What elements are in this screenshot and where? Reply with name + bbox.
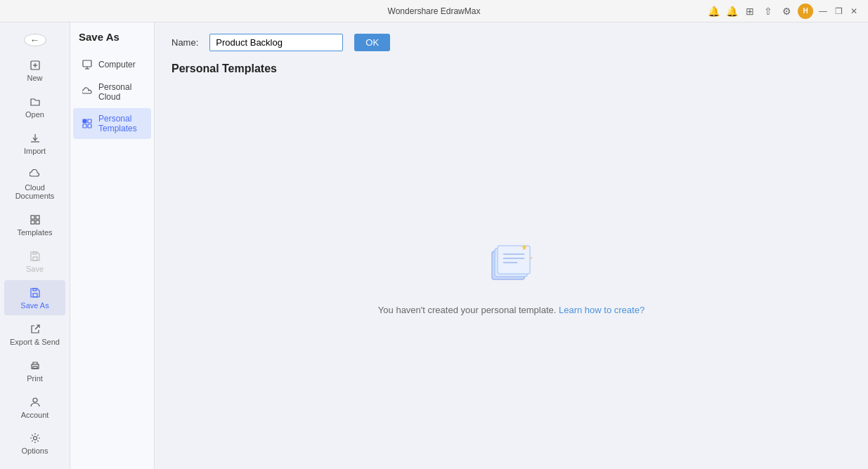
account-icon: [28, 395, 42, 409]
svg-rect-18: [83, 60, 91, 67]
empty-illustration: [484, 237, 540, 293]
settings-icon[interactable]: ⚙: [779, 4, 793, 18]
sidebar-header: Save As: [70, 31, 154, 53]
cloud-icon: [28, 168, 42, 182]
svg-point-16: [33, 398, 37, 402]
nav-item-account[interactable]: Account: [4, 390, 65, 425]
ok-button[interactable]: OK: [354, 34, 390, 51]
svg-rect-8: [36, 220, 39, 224]
svg-rect-7: [31, 220, 34, 224]
personal-cloud-icon: [82, 86, 93, 98]
nav-save-label: Save: [26, 265, 44, 273]
svg-rect-11: [33, 293, 37, 297]
secondary-sidebar: Save As Computer Personal Cloud: [70, 22, 155, 469]
nav-item-new[interactable]: New: [4, 53, 65, 88]
options-icon: [28, 431, 42, 445]
svg-rect-5: [31, 216, 34, 219]
svg-rect-22: [88, 119, 91, 123]
nav-account-label: Account: [21, 411, 49, 419]
empty-text: You haven't created your personal templa…: [378, 305, 644, 315]
svg-point-17: [33, 437, 37, 440]
sidebar-personal-cloud-label: Personal Cloud: [98, 82, 143, 102]
nav-item-print[interactable]: Print: [4, 353, 65, 388]
learn-how-link[interactable]: Learn how to create?: [559, 305, 644, 315]
nav-options-label: Options: [22, 447, 48, 455]
nav-item-export[interactable]: Export & Send: [4, 317, 65, 352]
app-title: Wondershare EdrawMax: [388, 6, 481, 16]
nav-item-cloud[interactable]: Cloud Documents: [4, 162, 65, 206]
svg-line-13: [35, 325, 39, 329]
section-title: Personal Templates: [155, 60, 868, 84]
sidebar-item-personal-cloud[interactable]: Personal Cloud: [73, 77, 151, 107]
nav-import-label: Import: [24, 147, 46, 155]
share-icon[interactable]: ⇧: [761, 4, 775, 18]
empty-state: You haven't created your personal templa…: [155, 84, 868, 469]
notification-icon[interactable]: 🔔: [706, 4, 720, 18]
nav-saveas-label: Save As: [20, 301, 48, 310]
nav-bottom: Account Options: [0, 389, 70, 467]
svg-rect-24: [88, 124, 91, 128]
nav-cloud-label: Cloud Documents: [7, 183, 63, 200]
import-icon: [28, 131, 42, 145]
sidebar-computer-label: Computer: [98, 60, 136, 70]
main-content: Name: OK Personal Templates You hav: [155, 22, 868, 469]
name-label: Name:: [171, 37, 198, 48]
user-avatar[interactable]: H: [798, 4, 813, 19]
left-nav: ← New Open: [0, 22, 70, 469]
back-button[interactable]: ←: [24, 34, 46, 46]
sidebar-item-personal-templates[interactable]: Personal Templates: [73, 108, 151, 139]
print-icon: [28, 359, 42, 373]
svg-rect-12: [33, 289, 37, 291]
close-button[interactable]: ✕: [848, 6, 860, 17]
nav-item-open[interactable]: Open: [4, 89, 65, 124]
svg-rect-9: [33, 257, 37, 260]
svg-rect-10: [33, 252, 37, 254]
nav-open-label: Open: [25, 110, 44, 119]
app-body: ← New Open: [0, 22, 868, 469]
content-header: Name: OK: [155, 22, 868, 60]
title-bar-right: 🔔 🔔 ⊞ ⇧ ⚙ H — ❐ ✕: [706, 4, 860, 19]
nav-item-save: Save: [4, 244, 65, 279]
nav-item-options[interactable]: Options: [4, 425, 65, 461]
view-icon[interactable]: ⊞: [743, 4, 757, 18]
sidebar-personal-templates-label: Personal Templates: [98, 114, 143, 133]
nav-print-label: Print: [27, 374, 43, 383]
svg-rect-21: [83, 119, 86, 123]
open-icon: [28, 95, 42, 109]
title-bar: Wondershare EdrawMax 🔔 🔔 ⊞ ⇧ ⚙ H — ❐ ✕: [0, 0, 868, 22]
new-icon: [28, 58, 42, 72]
templates-icon: [28, 213, 42, 227]
nav-item-templates[interactable]: Templates: [4, 207, 65, 242]
nav-export-label: Export & Send: [10, 338, 60, 346]
name-input[interactable]: [209, 34, 343, 51]
svg-rect-27: [498, 246, 530, 274]
nav-templates-label: Templates: [17, 228, 52, 237]
bell-icon[interactable]: 🔔: [725, 4, 739, 18]
maximize-button[interactable]: ❐: [833, 6, 844, 17]
svg-rect-23: [83, 124, 86, 128]
nav-item-saveas[interactable]: Save As: [4, 280, 65, 315]
svg-rect-15: [33, 366, 37, 369]
sidebar-item-computer[interactable]: Computer: [73, 53, 151, 76]
saveas-icon: [28, 286, 42, 300]
nav-new-label: New: [27, 74, 42, 82]
export-icon: [28, 322, 42, 336]
minimize-button[interactable]: —: [817, 6, 829, 17]
svg-rect-6: [36, 216, 39, 219]
computer-icon: [82, 59, 93, 70]
nav-item-import[interactable]: Import: [4, 126, 65, 161]
personal-templates-icon: [82, 118, 93, 129]
save-icon: [28, 249, 42, 263]
